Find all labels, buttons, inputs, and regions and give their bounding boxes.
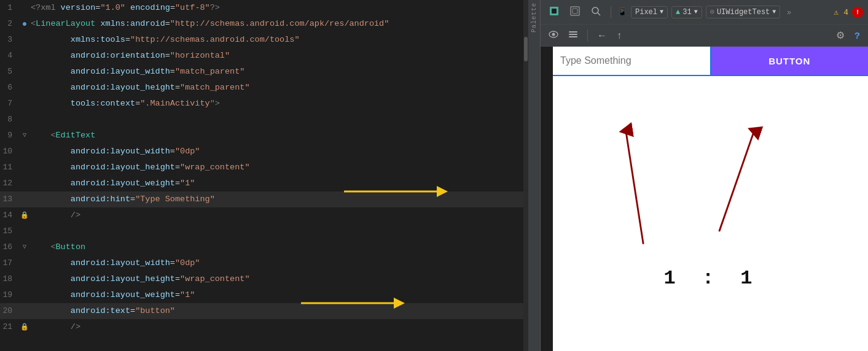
phone-icon: 📱 xyxy=(617,7,627,17)
component-tree-icon[interactable] xyxy=(565,28,581,43)
line-number-4: 4 xyxy=(0,48,18,64)
line-number-2: 2 xyxy=(0,16,18,32)
line-content-14[interactable]: /> xyxy=(31,207,528,223)
line-content-1[interactable]: <?xml version="1.0" encoding="utf-8"?> xyxy=(31,0,528,16)
svg-line-6 xyxy=(598,13,600,15)
svg-point-5 xyxy=(592,7,598,14)
settings-icon[interactable]: ⚙ xyxy=(833,28,848,43)
test-label: UIWidgetTest xyxy=(717,8,770,17)
line-number-18: 18 xyxy=(0,271,18,287)
ratio-left: 1 xyxy=(663,267,680,290)
code-line-12: 12 android:layout_weight="1" xyxy=(0,176,528,191)
arrow-to-edittext xyxy=(626,131,644,244)
line-number-15: 15 xyxy=(0,223,18,239)
preview-button[interactable]: BUTTON xyxy=(711,47,869,75)
right-toolbar2: ← ↑ ⚙ ? xyxy=(541,25,868,47)
line-content-17[interactable]: android:layout_width="0dp" xyxy=(31,255,528,271)
code-lines: 1<?xml version="1.0" encoding="utf-8"?>2… xyxy=(0,0,528,351)
line-content-12[interactable]: android:layout_weight="1" xyxy=(31,176,528,191)
device-label: Pixel xyxy=(635,8,657,17)
svg-rect-3 xyxy=(571,7,579,15)
preview-ui-row: BUTTON xyxy=(553,47,868,76)
redo-button[interactable]: ↑ xyxy=(614,28,625,43)
line-content-6[interactable]: android:layout_height="match_parent" xyxy=(31,80,528,96)
code-editor: 1<?xml version="1.0" encoding="utf-8"?>2… xyxy=(0,0,528,351)
visibility-icon[interactable] xyxy=(545,28,561,43)
line-number-17: 17 xyxy=(0,255,18,271)
line-number-14: 14 xyxy=(0,207,18,223)
preview-area: BUTTON xyxy=(553,47,868,351)
line-content-16[interactable]: <Button xyxy=(31,239,528,255)
undo-button[interactable]: ← xyxy=(594,28,610,43)
code-line-20: 20 android:text="button" xyxy=(0,303,528,319)
preview-edittext[interactable] xyxy=(553,47,711,75)
line-content-20[interactable]: android:text="button" xyxy=(31,303,528,319)
line-number-16: 16 xyxy=(0,239,18,255)
line-number-19: 19 xyxy=(0,287,18,303)
right-panel-wrapper: Palette xyxy=(528,0,868,351)
code-line-6: 6 android:layout_height="match_parent" xyxy=(0,80,528,96)
main-container: 1<?xml version="1.0" encoding="utf-8"?>2… xyxy=(0,0,868,351)
line-content-5[interactable]: android:layout_width="match_parent" xyxy=(31,64,528,80)
code-line-3: 3 xmlns:tools="http://schemas.android.co… xyxy=(0,32,528,48)
line-number-3: 3 xyxy=(0,32,18,48)
theme-dropdown[interactable]: ⊙ UIWidgetTest ▼ xyxy=(706,6,781,18)
line-content-21[interactable]: /> xyxy=(31,319,528,335)
code-line-17: 17 android:layout_width="0dp" xyxy=(0,255,528,271)
line-content-3[interactable]: xmlns:tools="http://schemas.android.com/… xyxy=(31,32,528,48)
line-number-12: 12 xyxy=(0,176,18,191)
line-content-19[interactable]: android:layout_weight="1" xyxy=(31,287,528,303)
code-line-13: 13 android:hint="Type Something" xyxy=(0,191,528,207)
gutter-14: 🔒 xyxy=(18,207,31,223)
line-content-11[interactable]: android:layout_height="wrap_content" xyxy=(31,160,528,176)
line-content-13[interactable]: android:hint="Type Something" xyxy=(31,191,528,207)
line-content-9[interactable]: <EditText xyxy=(31,128,528,144)
device-dropdown[interactable]: Pixel ▼ xyxy=(631,6,668,18)
svg-rect-10 xyxy=(569,34,577,35)
error-badge: ! xyxy=(852,7,863,18)
help-button[interactable]: ? xyxy=(851,28,863,42)
line-number-6: 6 xyxy=(0,80,18,96)
lock-icon: 🔒 xyxy=(20,207,29,223)
chevron-down-icon-api: ▼ xyxy=(694,9,698,15)
line-number-5: 5 xyxy=(0,64,18,80)
line-content-7[interactable]: tools:context=".MainActivity"> xyxy=(31,96,528,112)
right-toolbar: 📱 Pixel ▼ ▲ 31 ▼ ⊙ UIWidgetTest ▼ xyxy=(541,0,868,25)
palette-tab[interactable]: Palette xyxy=(528,0,541,351)
editor-scrollbar[interactable] xyxy=(523,0,528,351)
line-content-8[interactable] xyxy=(31,112,528,128)
toolbar-sep-1 xyxy=(611,6,611,18)
fold-icon: ▽ xyxy=(23,128,26,144)
palette-tab-label: Palette xyxy=(531,2,538,33)
code-line-16: 16▽ <Button xyxy=(0,239,528,255)
code-line-15: 15 xyxy=(0,223,528,239)
gutter-9: ▽ xyxy=(18,128,31,144)
api-dropdown[interactable]: ▲ 31 ▼ xyxy=(671,6,702,18)
line-content-10[interactable]: android:layout_width="0dp" xyxy=(31,144,528,160)
line-content-2[interactable]: <LinearLayout xmlns:android="http://sche… xyxy=(31,16,528,32)
line-content-18[interactable]: android:layout_height="wrap_content" xyxy=(31,271,528,287)
line-content-15[interactable] xyxy=(31,223,528,239)
more-button[interactable]: » xyxy=(784,6,794,18)
lock-icon: 🔒 xyxy=(20,319,29,335)
chevron-down-icon-theme: ▼ xyxy=(772,9,776,15)
line-content-4[interactable]: android:orientation="horizontal" xyxy=(31,48,528,64)
zoom-icon[interactable] xyxy=(587,4,604,20)
design-icon[interactable] xyxy=(545,4,563,20)
line-number-21: 21 xyxy=(0,319,18,335)
device-frame: BUTTON xyxy=(553,47,868,351)
code-line-9: 9▽ <EditText xyxy=(0,128,528,144)
warning-badge: ⚠ 4 xyxy=(834,7,848,17)
ratio-right: 1 xyxy=(740,267,757,290)
code-line-7: 7 tools:context=".MainActivity"> xyxy=(0,96,528,112)
chevron-down-icon: ▼ xyxy=(660,9,663,15)
code-line-19: 19 android:layout_weight="1" xyxy=(0,287,528,303)
code-line-5: 5 android:layout_width="match_parent" xyxy=(0,64,528,80)
code-line-10: 10 android:layout_width="0dp" xyxy=(0,144,528,160)
code-line-14: 14🔒 /> xyxy=(0,207,528,223)
code-line-4: 4 android:orientation="horizontal" xyxy=(0,48,528,64)
scrollbar-thumb[interactable] xyxy=(524,37,528,61)
line-number-1: 1 xyxy=(0,0,18,16)
blueprint-icon[interactable] xyxy=(566,4,584,20)
svg-rect-9 xyxy=(569,31,577,33)
